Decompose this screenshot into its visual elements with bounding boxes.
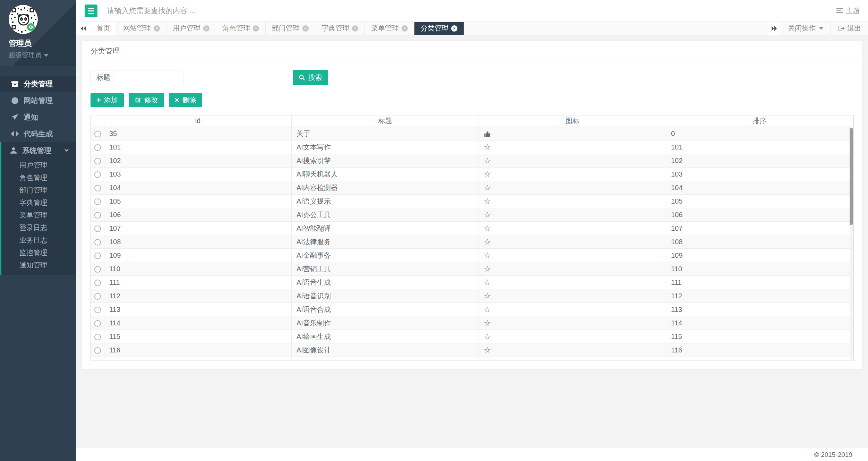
- user-role-dropdown[interactable]: 超级管理员: [9, 51, 76, 60]
- row-radio-button[interactable]: [94, 253, 101, 259]
- row-radio-button[interactable]: [94, 144, 101, 151]
- row-select-cell: [91, 343, 104, 357]
- sidebar-subitem-监控管理[interactable]: 监控管理: [1, 246, 76, 259]
- chevron-down-icon: [64, 146, 69, 155]
- theme-label: 主题: [846, 6, 860, 16]
- tab-close-icon[interactable]: ×: [302, 25, 309, 32]
- user-name: 管理员: [9, 38, 76, 49]
- add-button[interactable]: + 添加: [91, 93, 124, 107]
- table-row[interactable]: 104AI内容检测器☆104: [91, 181, 853, 195]
- cell-icon: ☆: [479, 154, 666, 168]
- tab-close-icon[interactable]: ×: [402, 25, 408, 32]
- table-row[interactable]: 110AI营销工具☆110: [91, 262, 853, 276]
- sidebar-link-分类管理[interactable]: 分类管理: [0, 76, 76, 92]
- sidebar-link-网站管理[interactable]: 网站管理: [0, 92, 76, 109]
- sidebar-subitem-通知管理[interactable]: 通知管理: [1, 259, 76, 271]
- tab-close-icon[interactable]: ×: [203, 25, 209, 32]
- table-scrollbar-thumb[interactable]: [850, 128, 853, 225]
- sidebar-subitem-业务日志[interactable]: 业务日志: [1, 234, 76, 246]
- logout-button[interactable]: 退出: [831, 22, 868, 35]
- user-avatar[interactable]: [9, 5, 38, 34]
- sidebar-subitem-登录日志[interactable]: 登录日志: [1, 221, 76, 234]
- row-select-cell: [91, 316, 104, 330]
- row-radio-button[interactable]: [94, 334, 101, 340]
- theme-switcher[interactable]: 主题: [836, 6, 860, 16]
- tabs-scroll-left-button[interactable]: [76, 22, 90, 35]
- row-radio-button[interactable]: [94, 280, 101, 286]
- sidebar-link-通知[interactable]: 通知: [0, 109, 76, 126]
- row-radio-button[interactable]: [94, 320, 101, 327]
- column-header-图标[interactable]: 图标: [479, 116, 666, 127]
- row-radio-button[interactable]: [94, 239, 101, 246]
- sidebar-item-通知: 通知: [0, 109, 76, 126]
- tab-部门管理[interactable]: 部门管理×: [266, 22, 315, 35]
- title-field-input[interactable]: [116, 70, 183, 85]
- table-row[interactable]: 114AI音乐制作☆114: [91, 316, 853, 330]
- sidebar-subitem-菜单管理[interactable]: 菜单管理: [1, 209, 76, 221]
- table-scrollbar[interactable]: [850, 128, 853, 360]
- table-row[interactable]: 111AI语音生成☆111: [91, 276, 853, 289]
- cell-title: AI音乐制作: [292, 316, 479, 330]
- column-header-id[interactable]: id: [104, 116, 292, 127]
- table-row[interactable]: 105AI语义提示☆105: [91, 195, 853, 208]
- table-row[interactable]: 106AI办公工具☆106: [91, 208, 853, 222]
- row-radio-button[interactable]: [94, 171, 101, 178]
- search-button[interactable]: 搜索: [293, 70, 328, 85]
- row-radio-button[interactable]: [94, 347, 101, 354]
- table-row[interactable]: 116AI图像设计☆116: [91, 343, 853, 357]
- sidebar-subitem-部门管理[interactable]: 部门管理: [1, 184, 76, 196]
- user-profile: 管理员 超级管理员: [0, 0, 76, 66]
- tab-close-icon[interactable]: ×: [253, 25, 259, 32]
- table-row[interactable]: 112AI语音识别☆112: [91, 289, 853, 303]
- sidebar-link-代码生成[interactable]: 代码生成: [0, 126, 76, 142]
- tab-字典管理[interactable]: 字典管理×: [315, 22, 365, 35]
- tab-用户管理[interactable]: 用户管理×: [166, 22, 216, 35]
- row-radio-button[interactable]: [94, 185, 101, 191]
- table-row[interactable]: 107AI智能翻译☆107: [91, 222, 853, 235]
- tab-close-icon[interactable]: ×: [451, 25, 457, 32]
- sidebar-subitem-字典管理[interactable]: 字典管理: [1, 196, 76, 209]
- sidebar-link-系统管理[interactable]: 系统管理: [1, 142, 76, 159]
- cell-icon: ☆: [479, 303, 666, 316]
- table-row[interactable]: 103AI聊天机器人☆103: [91, 168, 853, 181]
- table-row[interactable]: 113AI语音合成☆113: [91, 303, 853, 316]
- tab-close-icon[interactable]: ×: [352, 25, 358, 32]
- row-radio-button[interactable]: [94, 198, 101, 205]
- delete-button[interactable]: × 删除: [169, 93, 202, 107]
- table-row[interactable]: 35关于0: [91, 127, 853, 140]
- tab-close-icon[interactable]: ×: [154, 25, 160, 32]
- edit-button[interactable]: 修改: [129, 93, 164, 107]
- row-radio-button[interactable]: [94, 212, 101, 219]
- cell-id: 108: [104, 235, 292, 249]
- table-row[interactable]: 102AI搜索引擎☆102: [91, 154, 853, 168]
- tabs-scroll-right-button[interactable]: [767, 22, 781, 35]
- tab-角色管理[interactable]: 角色管理×: [216, 22, 266, 35]
- sidebar-item-分类管理: 分类管理: [0, 76, 76, 92]
- cell-id: 104: [104, 181, 292, 195]
- table-row[interactable]: 115AI绘画生成☆115: [91, 330, 853, 343]
- sidebar-toggle-button[interactable]: [85, 5, 97, 17]
- tab-菜单管理[interactable]: 菜单管理×: [365, 22, 414, 35]
- close-operations-dropdown[interactable]: 关闭操作: [781, 22, 831, 35]
- table-row[interactable]: 108AI法律服务☆108: [91, 235, 853, 249]
- table-row[interactable]: 109AI金融事务☆109: [91, 249, 853, 262]
- tab-网站管理[interactable]: 网站管理×: [117, 22, 166, 35]
- cell-order: 104: [666, 181, 853, 195]
- row-radio-button[interactable]: [94, 293, 101, 300]
- sidebar-subitem-角色管理[interactable]: 角色管理: [1, 171, 76, 184]
- row-radio-button[interactable]: [94, 225, 101, 232]
- row-radio-button[interactable]: [94, 266, 101, 273]
- cell-id: 116: [104, 343, 292, 357]
- tab-首页[interactable]: 首页: [90, 22, 117, 35]
- row-radio-button[interactable]: [94, 158, 101, 164]
- tab-bar: 首页网站管理×用户管理×角色管理×部门管理×字典管理×菜单管理×分类管理× 关闭…: [76, 22, 868, 35]
- cell-title: AI智能翻译: [292, 222, 479, 235]
- column-header-标题[interactable]: 标题: [292, 116, 479, 127]
- sidebar-subitem-用户管理[interactable]: 用户管理: [1, 159, 76, 171]
- column-header-排序[interactable]: 排序: [666, 116, 853, 127]
- table-row[interactable]: 101AI文本写作☆101: [91, 140, 853, 154]
- global-search-input[interactable]: [107, 7, 836, 15]
- row-radio-button[interactable]: [94, 307, 101, 313]
- tab-分类管理[interactable]: 分类管理×: [414, 22, 464, 35]
- row-radio-button[interactable]: [94, 131, 101, 137]
